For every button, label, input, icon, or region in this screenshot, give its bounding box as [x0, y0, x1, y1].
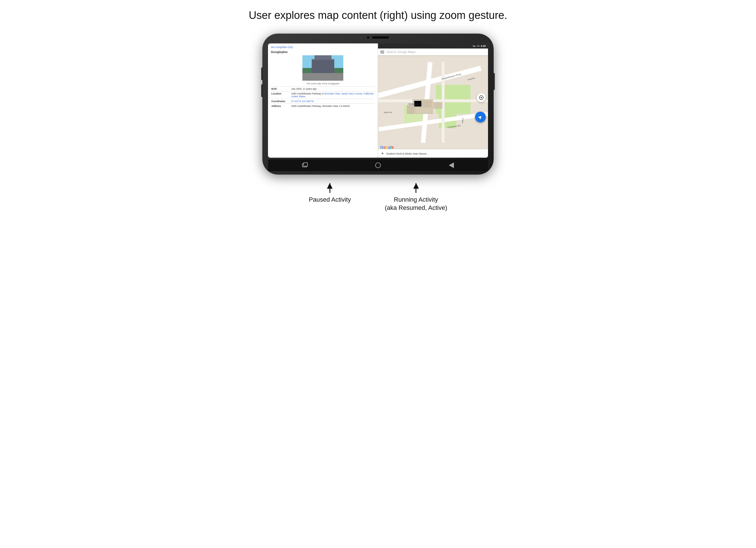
table-label-coords: Coordinates: [271, 99, 291, 104]
android-nav-bar: [268, 159, 488, 171]
google-maps-panel: ▾▴ ▪▪▪ 4:20 Search Google Maps: [378, 43, 488, 158]
signal-icon: ▪▪▪: [477, 45, 480, 47]
location-icon: [479, 95, 484, 100]
recents-icon: [302, 163, 307, 167]
status-bar: ▾▴ ▪▪▪ 4:20: [378, 43, 488, 49]
svg-text:ff Ave: ff Ave: [461, 118, 464, 123]
right-screen-panel: ▾▴ ▪▪▪ 4:20 Search Google Maps: [378, 43, 488, 158]
wiki-title: Googleplex: [271, 50, 375, 54]
table-row: Coordinates 37.422°N 122.084°W: [271, 99, 375, 104]
page-title: User explores map content (right) using …: [249, 8, 507, 22]
svg-rect-21: [421, 104, 422, 105]
map-svg: Amphitheatre Pkwy Amphith... Googleplex …: [378, 55, 488, 149]
status-time: 4:20: [481, 45, 486, 47]
annotation-label-right: Running Activity (aka Resumed, Active): [385, 196, 447, 212]
annotation-left: Paused Activity: [309, 183, 351, 204]
front-camera: [367, 36, 369, 39]
svg-rect-12: [416, 107, 431, 113]
back-icon: [449, 162, 454, 168]
table-label-built: Built: [271, 87, 291, 91]
volume-up-button: [261, 67, 263, 80]
table-value-address: 1600 Amphitheatre Parkway, Mountain View…: [291, 104, 375, 109]
wiki-image-container: [271, 55, 375, 81]
earpiece-speaker: [372, 36, 389, 39]
wikipedia-panel: see Googolplex (toy). Googleplex The sou…: [268, 43, 378, 158]
annotation-right: Running Activity (aka Resumed, Active): [385, 183, 447, 212]
maps-bottom-bar[interactable]: ✦ Explore food & drinks near Mount...: [378, 149, 488, 158]
maps-search-bar[interactable]: Search Google Maps: [378, 49, 488, 55]
table-label-address: Address: [271, 104, 291, 109]
hamburger-line: [380, 51, 384, 51]
svg-rect-13: [407, 105, 414, 114]
explore-text: Explore food & drinks near Mount...: [386, 152, 428, 155]
phone-body: see Googolplex (toy). Googleplex The sou…: [262, 34, 494, 175]
table-row: Built July 2004; 11 years ago: [271, 87, 375, 91]
arrow-head-left: [327, 183, 333, 189]
home-icon: [375, 162, 381, 168]
my-location-button[interactable]: [477, 93, 486, 102]
wiki-image-caption: The south side of the Googleplex: [271, 82, 375, 85]
map-content-area[interactable]: Amphitheatre Pkwy Amphith... Googleplex …: [378, 55, 488, 149]
wiki-top-link[interactable]: see Googolplex (toy).: [271, 46, 375, 49]
phone-screen: see Googolplex (toy). Googleplex The sou…: [268, 43, 488, 158]
svg-rect-14: [434, 102, 442, 109]
hamburger-menu-icon[interactable]: [380, 51, 384, 53]
navigation-fab-button[interactable]: [475, 112, 486, 122]
table-label-location: Location: [271, 91, 291, 99]
building-illustration: [312, 59, 334, 73]
google-logo: Google: [380, 145, 394, 149]
running-activity-line2: (aka Resumed, Active): [385, 204, 447, 211]
table-row: Location 1600 Amphitheatre Parkway in Mo…: [271, 91, 375, 99]
wiki-image: [302, 55, 343, 81]
left-screen-panel: see Googolplex (toy). Googleplex The sou…: [268, 43, 378, 158]
annotations-area: Paused Activity Running Activity (aka Re…: [262, 183, 494, 212]
search-input[interactable]: Search Google Maps: [386, 50, 486, 54]
settings-icon: ✦: [381, 151, 384, 156]
arrow-head-right: [413, 183, 419, 189]
svg-rect-1: [436, 85, 471, 114]
svg-text:Googleplex: Googleplex: [408, 103, 419, 105]
table-value-built: July 2004; 11 years ago: [291, 87, 375, 91]
annotation-label-left: Paused Activity: [309, 196, 351, 204]
svg-rect-11: [423, 101, 432, 108]
phone-device: see Googolplex (toy). Googleplex The sou…: [262, 34, 494, 175]
location-prefix: 1600 Amphitheatre Parkway in: [291, 92, 324, 95]
wiki-info-table: Built July 2004; 11 years ago Location 1…: [271, 86, 375, 108]
wifi-icon: ▾▴: [473, 45, 476, 47]
running-activity-line1: Running Activity: [394, 196, 438, 203]
table-value-coords[interactable]: 37.422°N 122.084°W: [291, 99, 375, 104]
back-button[interactable]: [447, 161, 455, 169]
volume-down-button: [261, 84, 263, 97]
recents-button[interactable]: [301, 161, 309, 169]
home-button[interactable]: [374, 161, 382, 169]
svg-text:eston Rd: eston Rd: [384, 112, 392, 114]
navigation-arrow-icon: [478, 115, 483, 119]
hamburger-line: [380, 53, 384, 53]
table-row: Address 1600 Amphitheatre Parkway, Mount…: [271, 104, 375, 109]
power-button: [493, 73, 495, 90]
table-value-location: 1600 Amphitheatre Parkway in Mountain Vi…: [291, 91, 375, 99]
hamburger-line: [380, 52, 384, 52]
phone-top-area: [367, 36, 389, 39]
